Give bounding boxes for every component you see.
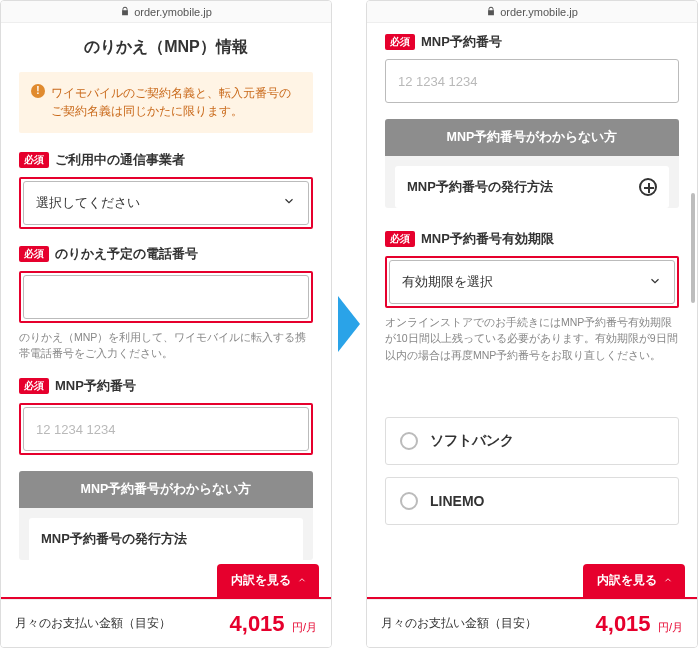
chevron-up-icon (297, 574, 307, 588)
price-unit: 円/月 (292, 621, 317, 633)
radio-label: ソフトバンク (430, 432, 514, 450)
mnp-expiry-select[interactable]: 有効期限を選択 (389, 260, 675, 304)
field-label: MNP予約番号 (55, 377, 136, 395)
screenshot-right: order.ymobile.jp 必須 MNP予約番号 12 1234 1234… (366, 0, 698, 648)
notice-text: ワイモバイルのご契約名義と、転入元番号のご契約名義は同じかたに限ります。 (51, 87, 291, 117)
breakdown-label: 内訳を見る (231, 572, 291, 589)
warning-icon: ! (31, 84, 45, 98)
radio-option-softbank[interactable]: ソフトバンク (385, 417, 679, 465)
input-placeholder: 12 1234 1234 (398, 74, 478, 89)
radio-label: LINEMO (430, 493, 484, 509)
field-mnp-number: 必須 MNP予約番号 12 1234 1234 (19, 377, 313, 455)
radio-icon (400, 492, 418, 510)
url-host: order.ymobile.jp (500, 6, 578, 18)
field-helper: のりかえ（MNP）を利用して、ワイモバイルに転入する携帯電話番号をご入力ください… (19, 329, 313, 362)
breakdown-button[interactable]: 内訳を見る (217, 564, 319, 597)
select-value: 有効期限を選択 (402, 273, 493, 291)
price-value: 4,015 (230, 611, 285, 636)
url-bar: order.ymobile.jp (1, 1, 331, 23)
field-label: のりかえ予定の電話番号 (55, 245, 198, 263)
required-badge: 必須 (19, 378, 49, 394)
price-value: 4,015 (596, 611, 651, 636)
lock-icon (486, 6, 496, 18)
field-label: MNP予約番号有効期限 (421, 230, 554, 248)
url-bar: order.ymobile.jp (367, 1, 697, 23)
notice-banner: ! ワイモバイルのご契約名義と、転入元番号のご契約名義は同じかたに限ります。 (19, 72, 313, 133)
input-placeholder: 12 1234 1234 (36, 422, 116, 437)
infobox-head: MNP予約番号がわからない方 (19, 471, 313, 508)
carrier-select[interactable]: 選択してください (23, 181, 309, 225)
arrow-right-icon (336, 294, 362, 354)
infobox-row[interactable]: MNP予約番号の発行方法 (29, 518, 303, 560)
url-host: order.ymobile.jp (134, 6, 212, 18)
required-badge: 必須 (19, 246, 49, 262)
svg-marker-0 (338, 296, 360, 352)
radio-icon (400, 432, 418, 450)
price-label: 月々のお支払い金額（目安） (15, 615, 171, 632)
field-carrier: 必須 ご利用中の通信事業者 選択してください (19, 151, 313, 229)
chevron-up-icon (663, 574, 673, 588)
price-unit: 円/月 (658, 621, 683, 633)
field-mnp-number: 必須 MNP予約番号 12 1234 1234 (385, 33, 679, 103)
mnp-number-input[interactable]: 12 1234 1234 (385, 59, 679, 103)
required-badge: 必須 (19, 152, 49, 168)
price-footer: 月々のお支払い金額（目安） 4,015 円/月 (367, 599, 697, 647)
infobox-row-label: MNP予約番号の発行方法 (41, 530, 187, 548)
mnp-help-box: MNP予約番号がわからない方 MNP予約番号の発行方法 (385, 119, 679, 208)
select-value: 選択してください (36, 194, 140, 212)
screenshot-left: order.ymobile.jp のりかえ（MNP）情報 ! ワイモバイルのご契… (0, 0, 332, 648)
chevron-down-icon (282, 194, 296, 211)
mnp-number-input[interactable]: 12 1234 1234 (23, 407, 309, 451)
field-mnp-expiry: 必須 MNP予約番号有効期限 有効期限を選択 オンラインストアでのお手続きにはM… (385, 230, 679, 363)
infobox-head: MNP予約番号がわからない方 (385, 119, 679, 156)
price-label: 月々のお支払い金額（目安） (381, 615, 537, 632)
required-badge: 必須 (385, 231, 415, 247)
field-helper: オンラインストアでのお手続きにはMNP予約番号有効期限が10日間以上残っている必… (385, 314, 679, 363)
scrollbar-thumb[interactable] (691, 193, 695, 303)
required-badge: 必須 (385, 34, 415, 50)
breakdown-label: 内訳を見る (597, 572, 657, 589)
infobox-row[interactable]: MNP予約番号の発行方法 (395, 166, 669, 208)
plus-icon (639, 178, 657, 196)
price-footer: 月々のお支払い金額（目安） 4,015 円/月 (1, 599, 331, 647)
mnp-help-box: MNP予約番号がわからない方 MNP予約番号の発行方法 (19, 471, 313, 560)
lock-icon (120, 6, 130, 18)
breakdown-button[interactable]: 内訳を見る (583, 564, 685, 597)
field-phone-number: 必須 のりかえ予定の電話番号 のりかえ（MNP）を利用して、ワイモバイルに転入す… (19, 245, 313, 362)
infobox-row-label: MNP予約番号の発行方法 (407, 178, 553, 196)
field-label: ご利用中の通信事業者 (55, 151, 185, 169)
chevron-down-icon (648, 274, 662, 291)
field-label: MNP予約番号 (421, 33, 502, 51)
phone-number-input[interactable] (23, 275, 309, 319)
radio-option-linemo[interactable]: LINEMO (385, 477, 679, 525)
page-title: のりかえ（MNP）情報 (19, 37, 313, 58)
